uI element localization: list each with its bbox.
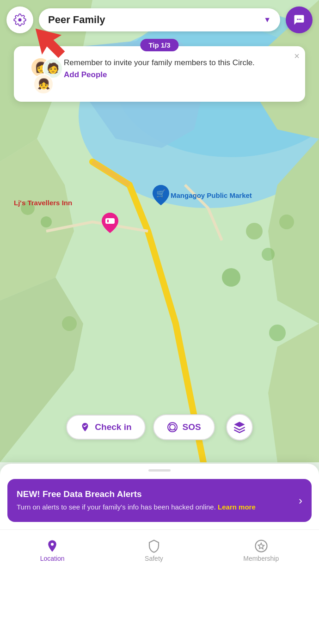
location-pin-icon xyxy=(45,539,59,553)
svg-point-8 xyxy=(222,268,240,287)
circle-selector[interactable]: Peer Family ▼ xyxy=(39,8,280,31)
action-buttons: Check in SOS xyxy=(0,414,319,441)
svg-point-6 xyxy=(262,248,275,261)
svg-point-24 xyxy=(51,543,54,546)
data-breach-card[interactable]: NEW! Free Data Breach Alerts Turn on ale… xyxy=(7,479,312,522)
tip-card: Tip 1/3 × 👩 🧑 👧 Remember to invite your … xyxy=(14,46,305,102)
svg-point-11 xyxy=(297,18,298,20)
add-people-link[interactable]: Add People xyxy=(64,70,107,80)
sos-label: SOS xyxy=(183,422,201,432)
svg-line-22 xyxy=(174,429,175,430)
data-breach-title: NEW! Free Data Breach Alerts xyxy=(17,489,293,499)
chat-button[interactable] xyxy=(286,6,313,33)
avatar-3: 👧 xyxy=(33,74,54,94)
svg-line-20 xyxy=(169,424,170,425)
tip-content: Remember to invite your family members t… xyxy=(64,57,298,80)
check-in-button[interactable]: Check in xyxy=(66,415,145,440)
svg-point-4 xyxy=(41,216,52,227)
map-pin-blue: 🛒 xyxy=(153,185,169,207)
svg-point-12 xyxy=(299,18,300,20)
svg-rect-15 xyxy=(105,218,115,224)
svg-line-23 xyxy=(169,429,170,430)
sos-button[interactable]: SOS xyxy=(153,414,215,440)
star-circle-icon xyxy=(254,539,268,553)
chat-bubble-icon xyxy=(293,13,306,26)
svg-text:🛒: 🛒 xyxy=(156,189,166,198)
svg-rect-16 xyxy=(107,220,109,222)
tip-card-inner: 👩 🧑 👧 Remember to invite your family mem… xyxy=(21,57,298,94)
nav-safety-label: Safety xyxy=(145,555,163,562)
circle-name: Peer Family xyxy=(48,14,105,26)
layers-button[interactable] xyxy=(226,414,253,441)
bottom-sheet: NEW! Free Data Breach Alerts Turn on ale… xyxy=(0,464,319,644)
svg-point-5 xyxy=(246,223,263,239)
svg-point-7 xyxy=(279,215,294,229)
bottom-sheet-handle xyxy=(148,469,171,472)
nav-membership[interactable]: Membership xyxy=(234,535,288,566)
check-in-label: Check in xyxy=(95,422,131,432)
svg-point-10 xyxy=(269,325,286,341)
top-bar: Peer Family ▼ xyxy=(6,6,313,33)
shield-icon xyxy=(147,539,161,553)
tip-avatars: 👩 🧑 👧 xyxy=(21,57,58,94)
svg-point-9 xyxy=(62,316,77,331)
map-pin-pink xyxy=(102,213,118,235)
location-check-icon xyxy=(80,422,90,432)
data-breach-text: NEW! Free Data Breach Alerts Turn on ale… xyxy=(17,489,293,512)
map-label-market: 🛒 Mangagoy Public Market xyxy=(157,190,252,201)
tip-close-button[interactable]: × xyxy=(294,51,300,61)
chevron-right-icon: › xyxy=(299,494,302,507)
chevron-down-icon: ▼ xyxy=(264,16,271,24)
svg-point-25 xyxy=(255,540,267,552)
data-breach-desc: Turn on alerts to see if your family's i… xyxy=(17,502,293,512)
nav-safety[interactable]: Safety xyxy=(135,535,172,566)
nav-location-label: Location xyxy=(40,555,65,562)
sos-circle-icon xyxy=(167,422,178,433)
nav-membership-label: Membership xyxy=(243,555,279,562)
learn-more-link[interactable]: Learn more xyxy=(218,503,256,511)
svg-point-13 xyxy=(300,18,301,20)
map-label-inn: Lj's Travellers Inn xyxy=(14,199,72,207)
tip-message: Remember to invite your family members t… xyxy=(64,57,298,68)
gear-icon xyxy=(13,13,26,26)
bottom-nav: Location Safety Membership xyxy=(0,529,319,575)
settings-button[interactable] xyxy=(6,6,33,33)
nav-location[interactable]: Location xyxy=(31,535,74,566)
layers-icon xyxy=(233,421,246,434)
tip-badge: Tip 1/3 xyxy=(140,39,178,51)
